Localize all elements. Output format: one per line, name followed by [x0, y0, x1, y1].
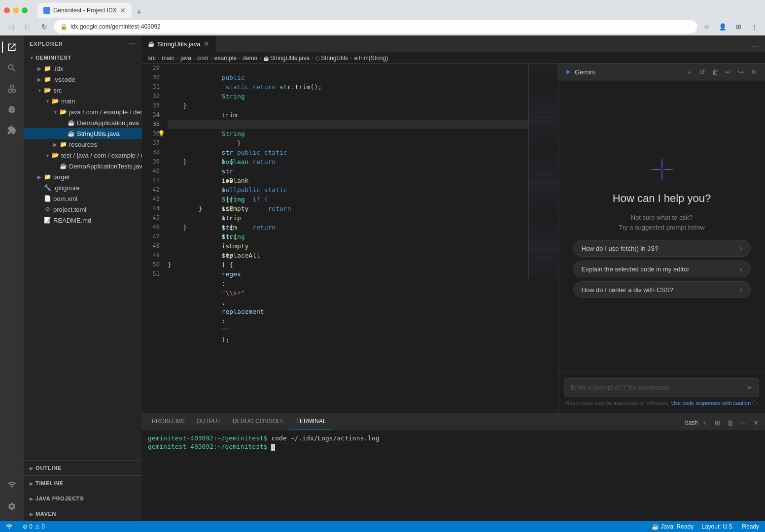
- activity-source-control-icon[interactable]: [2, 79, 22, 99]
- terminal-line-1: geminitest-403092:~/geminitest$ code ~/.…: [148, 434, 759, 442]
- gemini-history-icon[interactable]: ↺: [697, 66, 708, 77]
- address-bar[interactable]: 🔒 idx.google.com/geminitest-403092: [54, 20, 697, 33]
- outline-header[interactable]: ▶ OUTLINE: [24, 463, 142, 473]
- breadcrumb-com[interactable]: com: [197, 55, 209, 62]
- breadcrumb-main[interactable]: main: [162, 55, 174, 62]
- activity-remote-icon[interactable]: [2, 475, 22, 495]
- tree-item-string-utils[interactable]: ▶ ☕ StringUtils.java: [24, 128, 142, 139]
- gemini-forward-icon[interactable]: ↪: [735, 66, 746, 77]
- tree-item-target[interactable]: ▶ 📁 target: [24, 171, 142, 182]
- tree-item-src[interactable]: ▾ 📂 src: [24, 85, 142, 96]
- editor-tab-stringutils[interactable]: ☕ StringUtils.java ✕: [142, 35, 216, 52]
- bookmark-button[interactable]: ☆: [700, 20, 714, 33]
- code-editor[interactable]: 29 30 31 32 33 34 35 36 37 38 39 40 41 4…: [142, 64, 558, 413]
- tree-item-readme[interactable]: ▶ 📝 README.md: [24, 215, 142, 226]
- gemini-add-icon[interactable]: +: [684, 66, 695, 77]
- tree-item-gitignore[interactable]: ▶ 🔧 .gitignore: [24, 182, 142, 193]
- tree-item-projecttoml[interactable]: ▶ ⚙ project.toml: [24, 204, 142, 215]
- status-remote[interactable]: [4, 521, 15, 532]
- tree-item-java-com-example-demo[interactable]: ▾ 📂 java / com / example / demo: [24, 106, 142, 117]
- activity-search-icon[interactable]: [2, 58, 22, 78]
- tree-item-resources[interactable]: ▶ 📁 resources: [24, 139, 142, 150]
- tree-item-demo-app-tests[interactable]: ▶ ☕ DemoApplicationTests.java: [24, 161, 142, 171]
- outline-section: ▶ OUTLINE: [24, 460, 142, 475]
- reload-button[interactable]: ↻: [37, 20, 51, 33]
- gemini-suggestion-fetch[interactable]: How do I use fetch() in JS? ›: [573, 240, 751, 257]
- terminal-split-icon[interactable]: ⊞: [712, 417, 723, 428]
- terminal-more-icon[interactable]: ⋯: [737, 417, 748, 428]
- browser-tab-close-icon[interactable]: ✕: [120, 6, 126, 14]
- tree-item-idx[interactable]: ▶ 📁 .idx: [24, 63, 142, 74]
- code-line-34: [168, 110, 528, 120]
- breadcrumb-demo[interactable]: demo: [243, 55, 257, 62]
- tab-debug-label: DEBUG CONSOLE: [233, 418, 284, 425]
- src-folder-icon: 📂: [43, 86, 51, 94]
- minimize-window-button[interactable]: [13, 7, 19, 13]
- line-num-43: 43: [142, 195, 160, 204]
- breadcrumb-class[interactable]: ⬡StringUtils: [315, 55, 348, 62]
- activity-extensions-icon[interactable]: [2, 120, 22, 140]
- breadcrumb-file[interactable]: ☕StringUtils.java: [263, 55, 310, 62]
- activity-settings-icon[interactable]: [2, 497, 22, 516]
- breadcrumb-method[interactable]: ⊕trim(String): [354, 55, 388, 62]
- sidebar-header-icons: ⋯: [127, 39, 136, 48]
- maven-section: ▶ MAVEN: [24, 506, 142, 521]
- gemini-delete-icon[interactable]: 🗑: [710, 66, 721, 77]
- forward-button[interactable]: ▷: [21, 20, 35, 33]
- suggestion-center-arrow-icon: ›: [740, 286, 742, 294]
- tab-problems[interactable]: PROBLEMS: [146, 413, 191, 430]
- activity-debug-icon[interactable]: [2, 100, 22, 119]
- terminal-trash-icon[interactable]: 🗑: [725, 417, 735, 428]
- status-java-ready[interactable]: ☕ Java: Ready: [650, 521, 695, 532]
- test-folder-icon: 📂: [51, 151, 59, 159]
- gemini-close-icon[interactable]: ✕: [748, 66, 759, 77]
- close-window-button[interactable]: [4, 7, 10, 13]
- extensions-button[interactable]: ⊞: [731, 20, 745, 33]
- browser-tab-active[interactable]: Geminitest - Project IDX ✕: [37, 3, 132, 18]
- status-layout[interactable]: Layout: U.S.: [699, 521, 736, 532]
- breadcrumb-java[interactable]: java: [180, 55, 191, 62]
- breadcrumb-sep-4: ›: [210, 55, 212, 62]
- timeline-header[interactable]: ▶ TIMELINE: [24, 478, 142, 489]
- tab-terminal[interactable]: TERMINAL: [290, 413, 332, 430]
- tree-item-pomxml[interactable]: ▶ 📄 pom.xml: [24, 193, 142, 204]
- new-tab-button[interactable]: +: [134, 7, 145, 18]
- gemini-prompt-input[interactable]: [571, 384, 746, 391]
- terminal-close-icon[interactable]: ✕: [750, 417, 761, 428]
- gemini-suggestion-explain[interactable]: Explain the selected code in my editor ›: [573, 261, 751, 277]
- tree-item-demo-application[interactable]: ▶ ☕ DemoApplication.java: [24, 117, 142, 128]
- java-projects-header[interactable]: ▶ JAVA PROJECTS: [24, 493, 142, 504]
- tab-close-icon[interactable]: ✕: [204, 40, 209, 47]
- terminal-content[interactable]: geminitest-403092:~/geminitest$ code ~/.…: [142, 431, 765, 521]
- tree-item-test[interactable]: ▾ 📂 test / java / com / example / demo: [24, 150, 142, 161]
- back-button[interactable]: ◁: [4, 20, 18, 33]
- breadcrumb-src[interactable]: src: [148, 55, 156, 62]
- editor-split-icon[interactable]: ⋯: [750, 41, 761, 52]
- maven-header[interactable]: ▶ MAVEN: [24, 508, 142, 519]
- tab-output[interactable]: OUTPUT: [191, 413, 227, 430]
- maximize-window-button[interactable]: [22, 7, 28, 13]
- status-errors[interactable]: ⊘ 0 ⚠ 0: [21, 521, 47, 532]
- gemini-suggestion-center[interactable]: How do I center a div with CSS? ›: [573, 281, 751, 298]
- tree-root[interactable]: ▾ GEMINITEST: [24, 52, 142, 63]
- tree-item-vscode[interactable]: ▶ 📁 .vscode: [24, 74, 142, 85]
- code-content: 29 30 31 32 33 34 35 36 37 38 39 40 41 4…: [142, 64, 558, 279]
- gemini-disclaimer-link[interactable]: Use code responses with caution: [671, 400, 751, 406]
- settings-button[interactable]: ⋮: [747, 20, 761, 33]
- tab-debug-console[interactable]: DEBUG CONSOLE: [227, 413, 290, 430]
- gemini-send-button[interactable]: ➤: [746, 383, 753, 392]
- gemini-header: ✦ Gemini + ↺ 🗑 ↩ ↪ ✕: [558, 64, 765, 81]
- breadcrumb-example[interactable]: example: [214, 55, 237, 62]
- address-text: idx.google.com/geminitest-403092: [70, 23, 161, 30]
- demo-tests-label: DemoApplicationTests.java: [69, 163, 142, 170]
- gemini-back-icon[interactable]: ↩: [723, 66, 733, 77]
- sidebar-new-file-icon[interactable]: ⋯: [127, 39, 136, 48]
- bash-label: bash: [686, 417, 697, 428]
- profile-button[interactable]: 👤: [716, 20, 730, 33]
- tree-item-main[interactable]: ▾ 📂 main: [24, 96, 142, 106]
- gemini-header-actions: + ↺ 🗑 ↩ ↪ ✕: [684, 66, 759, 77]
- bottom-tabs: PROBLEMS OUTPUT DEBUG CONSOLE TERMINAL b…: [142, 413, 765, 431]
- terminal-add-icon[interactable]: +: [699, 417, 710, 428]
- status-ready[interactable]: Ready: [740, 521, 761, 532]
- activity-explorer-icon[interactable]: [2, 37, 22, 57]
